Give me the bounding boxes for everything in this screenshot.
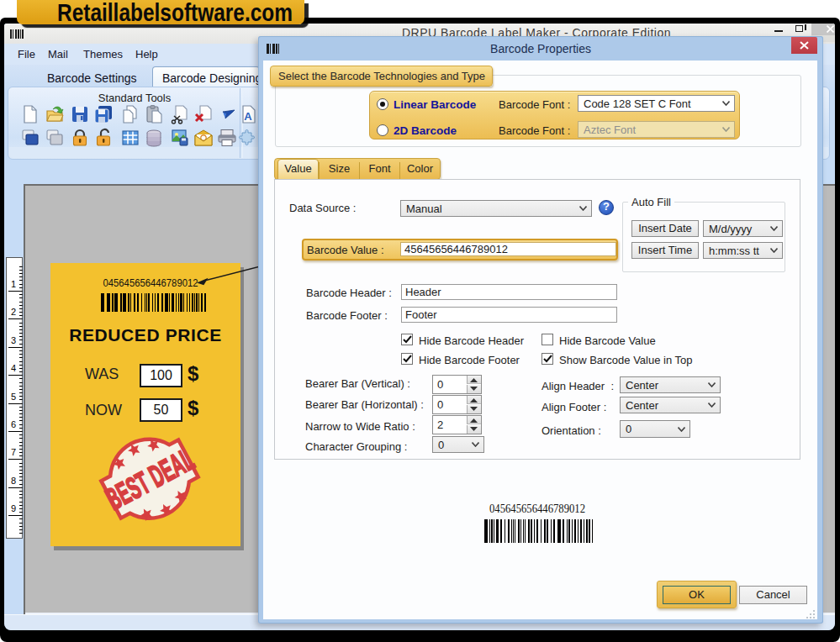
svg-text:045645656446789012: 045645656446789012 <box>489 502 585 515</box>
svg-text:Retaillabelsoftware.com: Retaillabelsoftware.com <box>57 0 293 24</box>
svg-text:045645656446789012: 045645656446789012 <box>103 276 198 289</box>
svg-text:A: A <box>244 110 252 123</box>
